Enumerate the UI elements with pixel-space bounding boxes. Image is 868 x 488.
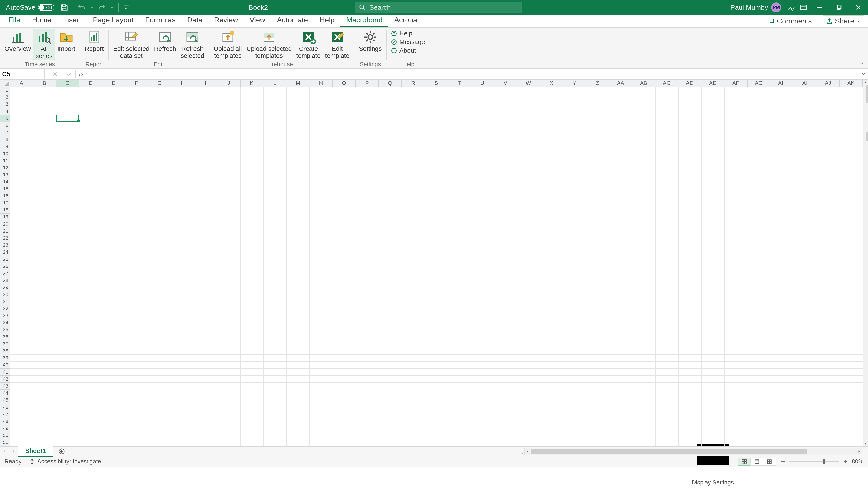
- tab-help[interactable]: Help: [314, 13, 340, 27]
- row-header-32[interactable]: 32: [0, 305, 10, 312]
- row-header-35[interactable]: 35: [0, 326, 10, 333]
- row-header-28[interactable]: 28: [0, 277, 10, 284]
- scroll-left-button[interactable]: [525, 450, 530, 453]
- column-header-M[interactable]: M: [286, 79, 309, 87]
- overview-button[interactable]: Overview: [2, 29, 33, 52]
- row-header-44[interactable]: 44: [0, 390, 10, 397]
- zoom-out-button[interactable]: −: [780, 458, 786, 465]
- row-header-37[interactable]: 37: [0, 340, 10, 348]
- column-header-AB[interactable]: AB: [632, 79, 655, 87]
- column-header-AI[interactable]: AI: [794, 79, 816, 87]
- accessibility-status[interactable]: Accessibility: Investigate: [29, 458, 101, 465]
- tab-page-layout[interactable]: Page Layout: [87, 13, 140, 27]
- cells-area[interactable]: [10, 87, 863, 447]
- row-header-21[interactable]: 21: [0, 228, 10, 235]
- column-header-S[interactable]: S: [425, 79, 448, 87]
- report-button[interactable]: Report: [83, 29, 106, 52]
- row-header-17[interactable]: 17: [0, 199, 10, 206]
- row-header-42[interactable]: 42: [0, 376, 10, 383]
- share-button[interactable]: Share: [822, 15, 865, 27]
- column-header-Y[interactable]: Y: [563, 79, 586, 87]
- vscroll-thumb[interactable]: [866, 86, 868, 103]
- column-header-AF[interactable]: AF: [724, 79, 747, 87]
- column-header-D[interactable]: D: [79, 79, 102, 87]
- vertical-scrollbar[interactable]: [863, 79, 868, 447]
- sheet-nav-next[interactable]: [9, 447, 18, 456]
- row-header-13[interactable]: 13: [0, 171, 10, 178]
- user-name[interactable]: Paul Mumby: [730, 4, 768, 11]
- column-header-J[interactable]: J: [217, 79, 241, 87]
- fill-handle[interactable]: [77, 120, 80, 123]
- upload-selected-templates-button[interactable]: Upload selected templates: [244, 29, 294, 59]
- row-header-22[interactable]: 22: [0, 235, 10, 242]
- column-header-K[interactable]: K: [241, 79, 264, 87]
- row-header-5[interactable]: 5: [0, 115, 10, 122]
- column-header-X[interactable]: X: [540, 79, 563, 87]
- row-header-38[interactable]: 38: [0, 348, 10, 355]
- column-header-C[interactable]: C: [56, 79, 79, 87]
- column-header-R[interactable]: R: [402, 79, 425, 87]
- column-header-AK[interactable]: AK: [839, 79, 863, 87]
- row-header-41[interactable]: 41: [0, 369, 10, 376]
- column-header-T[interactable]: T: [448, 79, 471, 87]
- undo-icon[interactable]: [77, 3, 86, 12]
- column-header-N[interactable]: N: [309, 79, 333, 87]
- expand-formula-bar-button[interactable]: [859, 72, 868, 76]
- column-header-P[interactable]: P: [355, 79, 379, 87]
- ribbon-mode-icon[interactable]: [799, 3, 808, 12]
- zoom-slider[interactable]: [789, 461, 839, 462]
- row-header-1[interactable]: 1: [0, 87, 10, 94]
- row-header-23[interactable]: 23: [0, 242, 10, 249]
- autosave-control[interactable]: AutoSave Off: [0, 4, 58, 11]
- column-header-I[interactable]: I: [194, 79, 217, 87]
- row-header-16[interactable]: 16: [0, 193, 10, 199]
- row-header-12[interactable]: 12: [0, 164, 10, 171]
- row-header-49[interactable]: 49: [0, 425, 10, 432]
- help-button[interactable]: Help: [391, 30, 425, 37]
- refresh-selected-button[interactable]: Refresh selected: [178, 29, 206, 59]
- row-header-33[interactable]: 33: [0, 312, 10, 319]
- row-header-2[interactable]: 2: [0, 94, 10, 101]
- scroll-down-button[interactable]: [863, 441, 868, 447]
- enter-formula-button[interactable]: [62, 71, 75, 77]
- column-header-AG[interactable]: AG: [747, 79, 771, 87]
- column-header-L[interactable]: L: [264, 79, 286, 87]
- redo-dropdown-icon[interactable]: [110, 3, 115, 12]
- row-header-39[interactable]: 39: [0, 355, 10, 361]
- row-header-11[interactable]: 11: [0, 157, 10, 164]
- horizontal-scrollbar[interactable]: [524, 448, 862, 455]
- tab-acrobat[interactable]: Acrobat: [388, 13, 425, 27]
- column-header-AA[interactable]: AA: [609, 79, 632, 87]
- row-header-3[interactable]: 3: [0, 101, 10, 108]
- redo-icon[interactable]: [97, 3, 107, 12]
- tab-file[interactable]: File: [3, 13, 26, 27]
- row-header-51[interactable]: 51: [0, 439, 10, 446]
- column-header-AE[interactable]: AE: [702, 79, 724, 87]
- column-header-V[interactable]: V: [494, 79, 517, 87]
- hscroll-thumb[interactable]: [531, 449, 807, 454]
- refresh-button[interactable]: Refresh: [152, 29, 178, 52]
- tab-view[interactable]: View: [244, 13, 271, 27]
- column-header-AC[interactable]: AC: [655, 79, 678, 87]
- column-header-G[interactable]: G: [148, 79, 171, 87]
- zoom-level[interactable]: 80%: [852, 458, 864, 465]
- column-header-B[interactable]: B: [33, 79, 56, 87]
- column-header-A[interactable]: A: [10, 79, 33, 87]
- tab-macrobond[interactable]: Macrobond: [340, 13, 388, 27]
- scroll-up-button[interactable]: [863, 79, 868, 85]
- comments-button[interactable]: Comments: [764, 15, 816, 27]
- settings-button[interactable]: Settings: [357, 29, 384, 52]
- autosave-toggle[interactable]: Off: [38, 4, 54, 11]
- row-header-25[interactable]: 25: [0, 256, 10, 263]
- zoom-slider-knob[interactable]: [823, 459, 825, 464]
- tab-formulas[interactable]: Formulas: [140, 13, 181, 27]
- create-template-button[interactable]: Create template: [294, 29, 323, 59]
- collapse-ribbon-button[interactable]: [859, 61, 865, 67]
- row-header-50[interactable]: 50: [0, 432, 10, 439]
- cancel-formula-button[interactable]: [49, 71, 62, 77]
- row-header-6[interactable]: 6: [0, 122, 10, 129]
- vscroll-split-thumb[interactable]: [866, 132, 868, 141]
- formula-input[interactable]: [87, 70, 859, 78]
- column-header-E[interactable]: E: [102, 79, 125, 87]
- row-header-46[interactable]: 46: [0, 404, 10, 411]
